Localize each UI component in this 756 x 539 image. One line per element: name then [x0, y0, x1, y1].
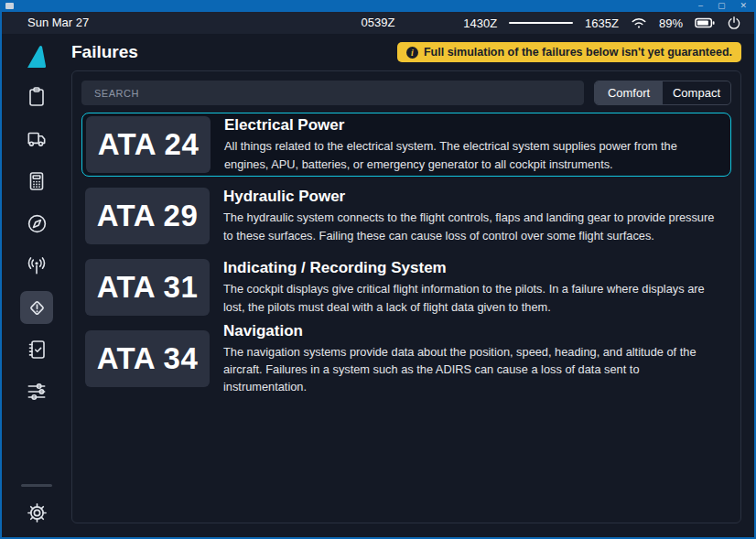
maximize-button[interactable]: ▢ — [718, 0, 726, 12]
failure-chapter-list: ATA 24 Electrical Power All things relat… — [81, 113, 731, 391]
status-bar: Sun Mar 27 0539Z 1430Z 1635Z 89% — [2, 12, 754, 34]
comfort-view-button[interactable]: Comfort — [595, 81, 663, 104]
truck-icon — [25, 127, 49, 151]
efb-window: – ▢ ✕ Sun Mar 27 0539Z 1430Z 1635Z 89% — [0, 0, 756, 539]
minimize-button[interactable]: – — [698, 0, 703, 12]
compass-icon — [26, 212, 49, 235]
ata-badge: ATA 29 — [85, 188, 210, 244]
failure-card-ata29[interactable]: ATA 29 Hydraulic Power The hydraulic sys… — [81, 184, 731, 248]
status-current-time: 0539Z — [362, 16, 395, 29]
failure-card-ata24[interactable]: ATA 24 Electrical Power All things relat… — [81, 113, 731, 177]
card-title: Indicating / Recording System — [223, 259, 722, 277]
ata-badge: ATA 24 — [86, 116, 211, 173]
card-description: All things related to the electrical sys… — [224, 137, 721, 172]
os-titlebar: – ▢ ✕ — [2, 0, 754, 12]
status-date: Sun Mar 27 — [27, 16, 89, 29]
sidebar-item-truck[interactable] — [20, 123, 53, 156]
departure-time: 1430Z — [463, 16, 497, 30]
sidebar-item-settings[interactable] — [26, 501, 49, 524]
page-title: Failures — [71, 42, 138, 62]
sidebar-divider — [21, 484, 52, 487]
card-description: The cockpit displays give critical fligh… — [223, 280, 722, 315]
warning-banner: i Full simulation of the failures below … — [397, 42, 741, 62]
battery-icon — [695, 17, 715, 28]
failures-panel: Comfort Compact ATA 24 Electrical Power … — [71, 70, 741, 523]
banner-text: Full simulation of the failures below is… — [424, 46, 732, 59]
sidebar-item-presets[interactable] — [20, 375, 53, 408]
failure-diamond-icon — [26, 296, 49, 319]
failure-card-ata34[interactable]: ATA 34 Navigation The navigation systems… — [81, 327, 731, 391]
view-toggle: Comfort Compact — [594, 81, 731, 105]
sidebar-item-failures[interactable] — [20, 291, 53, 324]
gear-icon — [26, 501, 49, 524]
flybywire-tail-logo — [24, 44, 49, 70]
flight-progress-bar — [509, 22, 573, 24]
card-description: The hydraulic system connects to the fli… — [223, 209, 722, 243]
calculator-icon — [26, 170, 48, 192]
card-title: Navigation — [223, 322, 722, 340]
clipboard-icon — [26, 86, 48, 108]
sidebar-item-checklists[interactable] — [20, 333, 53, 366]
checklist-icon — [26, 339, 48, 361]
sidebar-item-antenna[interactable] — [20, 249, 53, 282]
close-button[interactable]: ✕ — [740, 0, 747, 12]
sidebar-item-calculator[interactable] — [20, 165, 53, 198]
card-title: Electrical Power — [224, 116, 721, 135]
ata-badge: ATA 31 — [85, 259, 210, 316]
arrival-time: 1635Z — [585, 16, 619, 30]
search-input[interactable] — [81, 81, 584, 105]
sidebar-item-clipboard[interactable] — [20, 81, 53, 113]
power-icon[interactable] — [727, 16, 741, 30]
sliders-icon — [25, 380, 49, 404]
failure-card-ata31[interactable]: ATA 31 Indicating / Recording System The… — [81, 255, 731, 319]
ata-badge: ATA 34 — [85, 330, 210, 387]
compact-view-button[interactable]: Compact — [663, 81, 730, 104]
info-icon: i — [406, 47, 418, 59]
app-icon — [5, 3, 14, 9]
antenna-icon — [25, 253, 49, 277]
sidebar — [2, 34, 71, 537]
card-description: The navigation systems provide data abou… — [223, 343, 722, 396]
sidebar-item-compass[interactable] — [20, 207, 53, 240]
wifi-icon — [631, 16, 647, 29]
card-title: Hydraulic Power — [223, 188, 722, 206]
battery-percent: 89% — [659, 16, 683, 30]
